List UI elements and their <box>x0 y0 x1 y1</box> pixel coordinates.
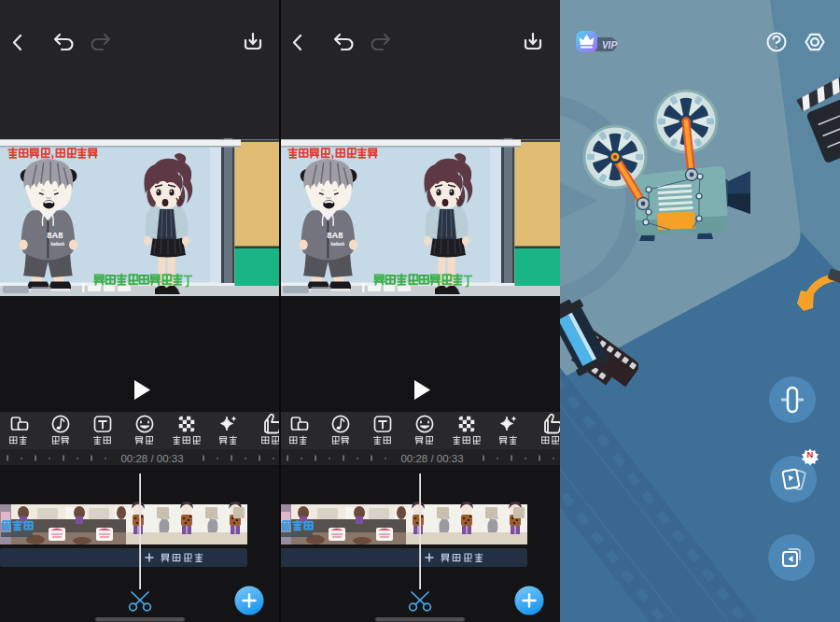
svg-text:N: N <box>807 449 814 459</box>
svg-text:VIP: VIP <box>602 40 617 50</box>
